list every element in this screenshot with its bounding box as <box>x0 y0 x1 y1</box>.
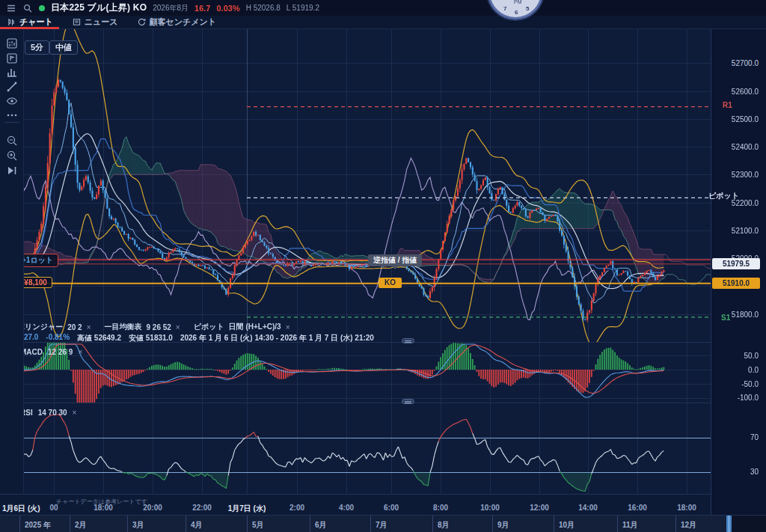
range-high: 高値 52649.2 <box>77 333 121 343</box>
timeframe-button[interactable]: 5分 <box>25 40 49 55</box>
navigator-separator <box>247 516 248 532</box>
tab-chart[interactable]: チャート <box>7 16 53 28</box>
zoom-in-icon[interactable] <box>5 149 19 162</box>
pivot-level-label: ピボット <box>708 191 739 201</box>
tab-chart-label: チャート <box>19 16 53 28</box>
time-tick: 4:00 <box>339 504 354 512</box>
navigator-separator <box>19 516 20 532</box>
navigator-month-label: 6月 <box>315 520 327 531</box>
macd-tick: -100.0 <box>738 394 759 402</box>
navigator-separator <box>492 516 493 532</box>
rsi-tick: 70 <box>750 433 759 441</box>
navigator-month-label: 4月 <box>191 520 203 531</box>
legend-item-0: ボリンジャー20 2× <box>17 322 91 332</box>
instrument-title[interactable]: 日本225 ブル(上昇) KO <box>51 1 147 14</box>
tab-sentiment[interactable]: 顧客センチメント <box>138 16 217 28</box>
ko-price-badge: 51910.0 <box>712 278 760 289</box>
navigator-month-label: 9月 <box>497 520 509 531</box>
time-tick: 2:00 <box>289 504 304 512</box>
price-tick: 52500.0 <box>732 115 759 123</box>
search-icon[interactable] <box>22 3 33 13</box>
navigator-separator <box>370 516 371 532</box>
macd-resize-handle[interactable] <box>402 338 414 343</box>
navigator-month-label: 7月 <box>376 520 387 531</box>
time-tick: 12:00 <box>530 504 549 512</box>
macd-close-button[interactable]: × <box>78 348 82 356</box>
range-change-pct: -0.81% <box>46 333 70 343</box>
price-tick: 52100.0 <box>732 227 759 235</box>
rsi-chart-canvas[interactable] <box>24 403 711 494</box>
price-change-pct: 0.03% <box>216 4 239 13</box>
macd-label: MACD 12 26 9 × <box>20 348 82 356</box>
time-tick: 20:00 <box>143 504 162 512</box>
chart-tab-icon <box>7 18 16 26</box>
navigator-handle[interactable] <box>726 516 732 532</box>
zoom-out-icon[interactable] <box>5 134 19 147</box>
market-open-indicator <box>39 5 45 11</box>
indicators-icon[interactable] <box>5 66 19 79</box>
order-tooltip[interactable]: 逆指値 / 指値 <box>368 254 422 266</box>
drawing-tools-icon[interactable] <box>5 80 19 94</box>
navigator-separator <box>186 516 186 532</box>
news-tab-icon <box>73 18 81 26</box>
navigator-separator <box>70 516 70 532</box>
time-tick: 18:00 <box>94 504 113 512</box>
rsi-label: RSI 14 70 30 × <box>20 409 76 417</box>
navigator-separator <box>127 516 128 532</box>
time-tick: 14:00 <box>578 504 598 512</box>
chart-display-icon[interactable] <box>5 37 19 50</box>
header-bar: 日本225 ブル(上昇) KO 2026年8月 16.7 0.03% H 520… <box>0 0 766 16</box>
session-high: H 52026.8 <box>246 4 281 12</box>
tab-news-label: ニュース <box>85 16 118 28</box>
time-tick: 16:00 <box>628 504 647 512</box>
tab-sentiment-label: 顧客センチメント <box>150 16 217 28</box>
legend-close-button[interactable]: × <box>286 323 290 331</box>
rsi-resize-handle[interactable] <box>402 399 414 404</box>
left-toolbar <box>0 29 24 494</box>
go-to-latest-icon[interactable] <box>5 164 19 177</box>
time-tick: 8:00 <box>433 504 448 512</box>
navigator-separator <box>310 516 310 532</box>
toolbar-divider <box>4 122 19 123</box>
time-tick: 10:00 <box>480 504 500 512</box>
price-change: 16.7 <box>194 4 210 13</box>
clock-pm-label: PM <box>514 0 522 4</box>
navigator-month-label: 2月 <box>75 520 87 531</box>
navigator-separator <box>675 516 676 532</box>
range-low: 安値 51831.0 <box>129 333 173 343</box>
legend-close-button[interactable]: × <box>176 323 180 331</box>
contract-month: 2026年8月 <box>153 3 189 13</box>
price-chart-canvas[interactable] <box>24 29 711 343</box>
price-tick: 52400.0 <box>732 143 759 151</box>
macd-chart-canvas[interactable] <box>24 343 711 403</box>
navigator-unselected-region <box>732 516 766 532</box>
navigator-month-label: 10月 <box>559 520 574 531</box>
tab-news[interactable]: ニュース <box>73 16 118 28</box>
ko-level-tag[interactable]: KO <box>379 278 402 288</box>
time-tick: 18:00 <box>677 504 696 512</box>
legend-close-button[interactable]: × <box>87 323 91 331</box>
price-tick: 52300.0 <box>732 171 759 179</box>
session-low: L 51919.2 <box>287 4 319 12</box>
time-tick: 6:00 <box>384 504 399 512</box>
time-tick: 1月7日 (水) <box>228 504 266 514</box>
time-tick: 1月6日 (火) <box>2 504 40 514</box>
panel-divider <box>0 403 766 403</box>
navigator-separator <box>617 516 618 532</box>
time-tick: 22:00 <box>192 504 212 512</box>
workspace-icon[interactable] <box>5 52 19 65</box>
rsi-close-button[interactable]: × <box>73 409 77 417</box>
price-axis[interactable] <box>711 29 766 515</box>
range-stats: -427.0 -0.81% 高値 52649.2 安値 51831.0 2026… <box>17 333 374 343</box>
price-basis-button[interactable]: 中値 <box>49 40 78 55</box>
visibility-icon[interactable] <box>5 94 19 108</box>
legend-item-2: ピボット日間 (H+L+C)/3× <box>194 322 290 332</box>
navigator-month-label: 3月 <box>132 520 144 531</box>
clock-number-7: 7 <box>503 5 506 12</box>
menu-icon[interactable] <box>6 3 16 13</box>
more-icon[interactable] <box>5 108 19 122</box>
navigator-month-label: 11月 <box>622 520 638 531</box>
price-tick: 52600.0 <box>732 88 759 96</box>
navigator-month-label: 2025 年 <box>25 520 51 531</box>
s1-level-label: S1 <box>721 314 730 322</box>
